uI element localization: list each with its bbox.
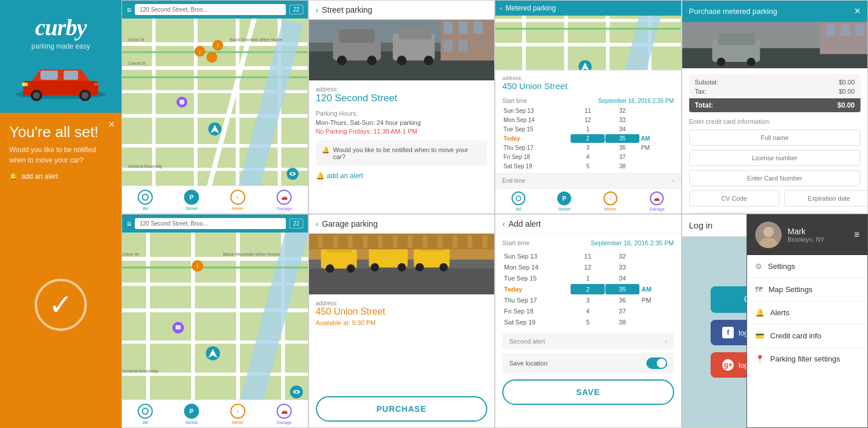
svg-rect-9 (94, 83, 98, 86)
alert-start-date: September 16, 2016 2:35 PM (591, 239, 674, 246)
tab-street-2[interactable]: P Street (184, 404, 199, 425)
metered-time-section: Start time September 16, 2016 2:35 PM Su… (495, 95, 681, 173)
tab-meter-1[interactable]: i Meter (230, 190, 245, 211)
tab-street-1[interactable]: P Street (184, 190, 199, 211)
garage-body: address: 450 Union Street Available at: … (309, 294, 495, 390)
svg-point-131 (370, 263, 378, 271)
expiry-input[interactable] (784, 190, 868, 206)
garage-title: Garage parking (322, 219, 378, 228)
map1-search[interactable]: 120 Second Street, Broo... (135, 4, 286, 15)
street-address-label: address: (316, 86, 488, 93)
save-button[interactable]: SAVE (502, 379, 674, 405)
alert-time-header: Start time September 16, 2016 2:35 PM (502, 239, 674, 246)
metered-map-panel: ‹ Metered parking Union St Black Mountai… (495, 0, 682, 214)
svg-rect-56 (473, 21, 483, 34)
street-back-arrow: ‹ (316, 5, 319, 14)
garage-address-label: address: (316, 300, 488, 307)
svg-point-40 (292, 172, 294, 175)
metered-address-label: address: (502, 75, 674, 81)
metered-back-arrow[interactable]: ‹ (500, 5, 502, 12)
svg-rect-105 (236, 233, 240, 400)
tab-all-icon-2 (138, 404, 153, 419)
bell-icon: 🔔 (9, 172, 18, 180)
tab-garage-icon-1: 🚗 (277, 190, 292, 205)
tab-all-2[interactable]: All (138, 404, 153, 425)
checkmark-icon: ✓ (49, 290, 73, 319)
svg-rect-101 (122, 341, 308, 344)
tab-meter-2[interactable]: i Meter (230, 404, 245, 425)
svg-rect-58 (458, 39, 468, 51)
cv-input[interactable] (689, 190, 779, 206)
purchase-tax-row: Tax: $0.00 (695, 87, 855, 96)
tab-all-icon-m (512, 191, 525, 205)
svg-rect-148 (467, 235, 472, 248)
profile-filter-item[interactable]: 📍 Parking filter settings (747, 348, 867, 370)
sidebar-logo: curby (35, 14, 86, 41)
svg-point-52 (424, 56, 433, 65)
purchase-button[interactable]: PURCHASE (316, 396, 488, 422)
profile-alerts-item[interactable]: 🔔 Alerts (747, 301, 867, 324)
profile-cc-item[interactable]: 💳 Credit card info (747, 324, 867, 348)
street-hours: Mon-Thurs, Sat-Sun: 24 hour parking (316, 119, 488, 126)
svg-rect-35 (179, 99, 184, 104)
tab-garage-icon-m: 🚗 (650, 191, 664, 205)
svg-rect-147 (453, 235, 457, 248)
tab-street-m[interactable]: P Street (557, 191, 571, 212)
tab-street-icon-m: P (557, 191, 571, 205)
tab-meter-m[interactable]: i Meter (604, 191, 617, 212)
profile-location: Brooklyn, NY (788, 236, 825, 243)
garage-address: 450 Union Street (316, 307, 488, 317)
alert-body: Start time September 16, 2016 2:35 PM Su… (495, 234, 681, 427)
svg-text:Black Mountain Wine House: Black Mountain Wine House (223, 252, 280, 257)
street-title: Street parking (322, 5, 372, 14)
svg-rect-46 (339, 29, 374, 43)
tab-garage-1[interactable]: 🚗 Garage (277, 190, 292, 211)
tab-all-1[interactable]: All (138, 190, 153, 211)
svg-point-95 (716, 58, 724, 66)
svg-rect-19 (236, 19, 239, 186)
map2-menu-icon[interactable]: ≡ (127, 219, 131, 228)
sidebar-alert-link[interactable]: 🔔 add an alert (9, 172, 112, 180)
fullname-input[interactable] (689, 130, 861, 146)
svg-text:Union St: Union St (128, 37, 144, 42)
profile-settings-item[interactable]: ⚙ Settings (747, 255, 867, 278)
street-hours-label: Parking Hours: (316, 110, 488, 117)
profile-panel: Mark Brooklyn, NY ≡ ⚙ Settings 🗺 Map Set… (746, 214, 868, 428)
map1-cal[interactable]: 22 (289, 5, 303, 14)
tab-garage-2[interactable]: 🚗 Garage (277, 404, 292, 425)
street-alert-link[interactable]: 🔔 add an alert (316, 172, 488, 180)
tab-garage-m[interactable]: 🚗 Garage (649, 191, 665, 212)
tab-meter-icon-1: i (230, 190, 245, 205)
garage-back-arrow: ‹ (316, 219, 319, 228)
svg-point-132 (398, 263, 406, 271)
map2-search[interactable]: 120 Second Street, Broo... (135, 218, 286, 229)
map-panel-1: ≡ 120 Second Street, Broo... 22 (122, 0, 308, 214)
sidebar-close-icon[interactable]: × (108, 119, 115, 131)
purchase-cc-label: Enter credit card information: (689, 118, 861, 125)
profile-map-settings-item[interactable]: 🗺 Map Settings (747, 278, 867, 301)
tab-street-icon-1: P (184, 190, 199, 205)
purchase-close-icon[interactable]: × (854, 5, 860, 17)
second-alert-row[interactable]: Second alert › (502, 333, 674, 349)
svg-rect-17 (152, 19, 156, 186)
alert-start-label: Start time (502, 239, 529, 246)
street-hours-warning: No Parking Fridays: 11:30 AM-1 PM (316, 128, 488, 135)
license-input[interactable] (689, 150, 861, 166)
profile-menu-icon[interactable]: ≡ (854, 230, 859, 240)
map2-cal[interactable]: 22 (289, 219, 303, 228)
filter-icon: 📍 (755, 355, 764, 363)
sidebar-tagline: parking made easy (31, 42, 90, 50)
card-number-input[interactable] (689, 170, 861, 186)
save-location-row: Save location (502, 353, 674, 374)
svg-text:Black Mountain Wine House: Black Mountain Wine House (230, 37, 282, 42)
svg-rect-104 (191, 233, 195, 400)
tab-all-m[interactable]: All (512, 191, 525, 212)
svg-rect-65 (523, 16, 526, 70)
svg-rect-91 (840, 24, 849, 36)
svg-rect-108 (122, 267, 308, 268)
save-location-toggle[interactable] (646, 357, 667, 369)
map1-menu-icon[interactable]: ≡ (127, 5, 131, 14)
svg-point-127 (325, 264, 333, 272)
cc-label: Credit card info (770, 331, 821, 340)
purchase-title: Purchase metered parking (689, 7, 777, 16)
